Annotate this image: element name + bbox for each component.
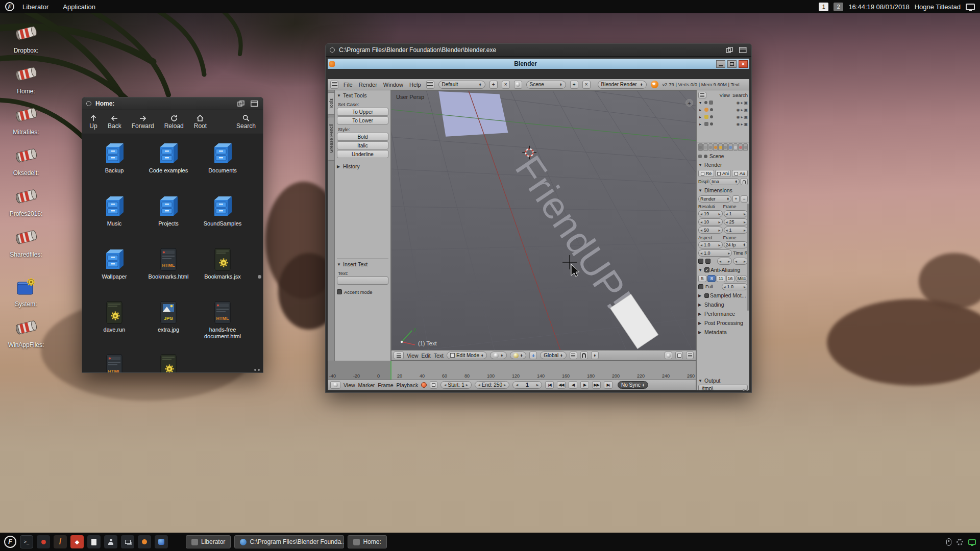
preset-remove-button[interactable]: − <box>741 195 748 203</box>
dock-capture-icon[interactable] <box>37 535 50 548</box>
mode-selector[interactable]: Edit Mode ▲▼ <box>447 352 487 359</box>
manipulator-translate-button[interactable]: + <box>529 352 537 359</box>
panel-sampled-motion-blur[interactable]: ▶ Sampled Mot... <box>698 291 748 299</box>
output-path-field[interactable]: /tmp\ <box>698 385 748 390</box>
file-item-bookmarks-html[interactable]: Bookmarks.html <box>141 247 195 294</box>
dock-fractal-icon[interactable]: ◆ <box>70 535 84 548</box>
layout-selector[interactable]: Default ▲▼ <box>438 81 485 89</box>
frame-start-field[interactable]: ◂1▸ <box>724 210 748 217</box>
preset-add-button[interactable]: + <box>732 195 740 203</box>
editor-type-button[interactable] <box>330 81 338 89</box>
search-button[interactable]: Search <box>236 114 256 130</box>
pivot-selector[interactable]: ▲▼ <box>510 352 526 359</box>
outliner-menu-search[interactable]: Search <box>732 92 748 98</box>
scene-delete-button[interactable]: × <box>582 81 591 89</box>
screens-icon[interactable] <box>966 4 975 10</box>
tab-data[interactable] <box>733 143 738 151</box>
panel-shading[interactable]: ▶Shading <box>698 300 748 309</box>
desktop-icon-sharedfiles[interactable]: Sharedfiles: <box>4 227 48 258</box>
snap-magnet-button[interactable] <box>580 352 588 359</box>
tray-settings-icon[interactable] <box>957 539 963 545</box>
frame-end-field[interactable]: ◂ End: 250 ▸ <box>475 381 509 389</box>
task-home[interactable]: Home: <box>348 535 386 548</box>
properties-region-expand-button[interactable]: + <box>685 99 693 107</box>
frame-start-field[interactable]: ◂ Start: 1 ▸ <box>440 381 472 389</box>
full-sample-checkbox[interactable] <box>698 284 703 289</box>
render-engine-selector[interactable]: Blender Render ▲▼ <box>598 81 647 89</box>
file-item-dave-run[interactable]: dave.run <box>87 300 141 347</box>
file-item-projects[interactable]: Projects <box>141 194 195 241</box>
wine-titlebar[interactable]: Blender × <box>328 59 749 69</box>
window-view-icon[interactable] <box>738 46 747 54</box>
tray-display-icon[interactable] <box>968 539 976 545</box>
window-resize-grip[interactable] <box>254 369 260 371</box>
reload-button[interactable]: Reload <box>164 114 184 130</box>
dock-tools-icon[interactable]: / <box>54 535 67 548</box>
tab-scene[interactable] <box>708 143 713 151</box>
file-item-extra-jpg[interactable]: extra.jpg <box>141 300 195 347</box>
jump-to-start-button[interactable]: |◀ <box>545 381 554 389</box>
dock-terminal-icon[interactable]: >_ <box>20 535 33 548</box>
window-menu-icon[interactable] <box>86 101 91 106</box>
dimensions-preset-selector[interactable]: Render ▲▼ <box>698 195 731 203</box>
menu-application[interactable]: Application <box>57 3 102 11</box>
outliner-menu-view[interactable]: View <box>719 92 729 98</box>
jump-to-end-button[interactable]: ▶| <box>604 381 612 389</box>
file-item-soundsamples[interactable]: SoundSamples <box>195 194 250 241</box>
orientation-selector[interactable]: Global ▲▼ <box>540 352 566 359</box>
task-blender[interactable]: C:\Program Files\Blender Founda... <box>234 535 344 548</box>
time-remap-new-field[interactable]: ◂▸ <box>733 258 748 265</box>
file-item-bookmarks-jsx[interactable]: Bookmarks.jsx <box>195 247 250 294</box>
workspace-1-button[interactable]: 1 <box>819 3 828 11</box>
file-item-documents[interactable]: Documents <box>195 141 250 188</box>
timeline-ruler[interactable]: -40-200204060801001201401601802002202402… <box>328 361 696 380</box>
viewport-menu-text[interactable]: Text <box>434 353 444 359</box>
back-button[interactable]: Back <box>108 114 121 130</box>
render-audio-button[interactable]: Au <box>732 170 748 177</box>
editor-type-button[interactable] <box>394 352 404 359</box>
layout-delete-button[interactable]: × <box>502 81 510 89</box>
panel-metadata[interactable]: ▶Metadata <box>698 328 748 336</box>
minimize-button[interactable] <box>716 60 725 68</box>
layout-add-button[interactable]: + <box>489 81 498 89</box>
outliner-row[interactable]: ▾ ◉▸▣ <box>698 99 748 106</box>
underline-button[interactable]: Underline <box>337 150 388 158</box>
tray-mouse-icon[interactable] <box>946 538 951 546</box>
file-item-code-examples[interactable]: Code examples <box>141 141 195 188</box>
desktop-icon-profes2016[interactable]: Profes2016: <box>4 186 48 217</box>
panel-post-processing[interactable]: ▶Post Processing <box>698 319 748 327</box>
duplicate-window-icon[interactable] <box>236 100 246 107</box>
scene-selector[interactable]: Scene ▲▼ <box>526 81 566 89</box>
desktop-icon-home[interactable]: Home: <box>4 63 48 95</box>
frame-end-field[interactable]: ◂25▸ <box>724 218 748 226</box>
motion-blur-checkbox[interactable] <box>704 293 709 298</box>
menu-file[interactable]: File <box>342 82 354 88</box>
duplicate-window-icon[interactable] <box>725 46 734 54</box>
outliner-row[interactable]: ▸ ◉▸▣ <box>698 106 748 113</box>
to-lower-button[interactable]: To Lower <box>337 116 388 124</box>
file-item-wallpaper[interactable]: Wallpaper <box>87 247 141 294</box>
tab-render-layers[interactable] <box>703 143 708 151</box>
aspect-x-field[interactable]: ◂1.0▸ <box>698 241 723 248</box>
dock-contacts-icon[interactable] <box>104 535 117 548</box>
outliner-row[interactable]: ▸ ◉▸▣ <box>698 113 748 120</box>
display-mode-selector[interactable]: Ima ▲▼ <box>709 178 740 185</box>
friend-logo-icon[interactable]: F <box>5 2 14 11</box>
render-still-button[interactable]: Re <box>698 170 714 177</box>
scene-browse-button[interactable] <box>514 81 522 89</box>
snap-element-button[interactable]: ▲▼ <box>591 352 599 359</box>
shading-selector[interactable]: ▲▼ <box>490 352 506 359</box>
italic-button[interactable]: Italic <box>337 141 388 149</box>
tab-material[interactable] <box>738 143 743 151</box>
timeline-menu-marker[interactable]: Marker <box>358 382 375 388</box>
viewport-menu-edit[interactable]: Edit <box>422 353 431 359</box>
up-button[interactable]: Up <box>89 114 97 130</box>
root-button[interactable]: Root <box>194 114 207 130</box>
tab-constraints[interactable] <box>723 143 728 151</box>
aa-samples-16-button[interactable]: 16 <box>726 275 734 282</box>
fps-field[interactable]: 24 fp▲▼ <box>724 241 748 248</box>
lock-interface-button[interactable] <box>741 178 748 185</box>
timeline-menu-frame[interactable]: Frame <box>378 382 393 388</box>
file-item-partial[interactable] <box>87 354 141 372</box>
window-menu-icon[interactable] <box>330 47 335 53</box>
